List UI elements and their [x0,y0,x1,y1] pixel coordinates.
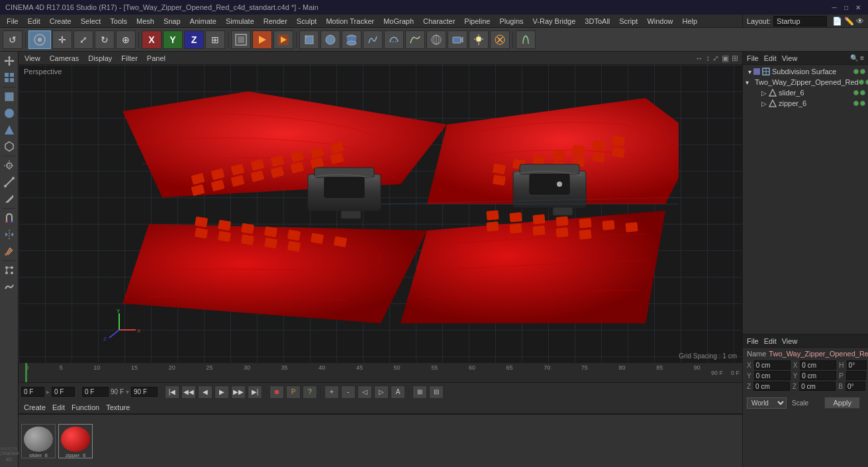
render-region-button[interactable] [231,30,251,49]
material-slider6[interactable]: slider_6 [21,424,56,458]
prev-frame-button[interactable]: ◀◀ [181,386,196,399]
attr-h-val[interactable] [847,360,867,370]
menu-edit[interactable]: Edit [24,16,44,26]
spline-button[interactable] [363,30,383,49]
poly-mode-tool[interactable] [1,138,17,154]
viewport-mode-tool[interactable] [1,70,17,85]
deformer-button[interactable] [405,30,425,49]
visibility-dot[interactable] [853,69,859,74]
menu-vray-bridge[interactable]: V-Ray Bridge [529,16,580,26]
scale-tool-button[interactable]: ⤢ [73,30,93,49]
all-axes-button[interactable]: ⊞ [205,30,225,49]
menu-sculpt[interactable]: Sculpt [293,16,321,26]
3d-viewport[interactable]: X Y Z Perspective Grid Spacing : 1 cm [19,65,742,362]
menu-file[interactable]: File [3,16,23,26]
mat-texture-menu[interactable]: Texture [103,403,132,411]
view-icon[interactable]: 👁 [856,17,864,26]
close-button[interactable]: ✕ [853,3,863,12]
camera-button[interactable] [448,30,467,49]
x-axis-button[interactable]: X [142,30,162,49]
point-tool[interactable] [1,158,17,174]
visibility-dot-2[interactable] [859,79,864,85]
preview-end-field[interactable] [131,387,158,397]
render-button[interactable] [252,30,272,49]
undo-button[interactable]: ↺ [3,30,23,49]
menu-snap[interactable]: Snap [160,16,185,26]
record-button[interactable]: ⏺ [269,386,284,399]
tree-item-zipper-group[interactable]: ▾ Two_Way_Zipper_Opened_Red [743,77,868,87]
tree-item-subdivision[interactable]: ▾ Subdivision Surface [743,66,868,77]
timeline-btn-1[interactable]: ⊞ [412,386,427,399]
viewport-panel-menu[interactable]: Panel [145,54,168,62]
rotate-tool-button[interactable]: ↻ [95,30,115,49]
render-dot-4[interactable] [860,101,865,106]
menu-animate[interactable]: Animate [186,16,220,26]
polygon-tool[interactable] [1,262,17,278]
visibility-dot-3[interactable] [853,90,859,95]
record-scale-button[interactable]: ? [303,386,317,399]
move-tool-button[interactable]: ✛ [52,30,72,49]
menu-mesh[interactable]: Mesh [132,16,158,26]
attr-z-pos[interactable] [753,382,790,391]
hair-button[interactable] [516,30,536,49]
render-dot[interactable] [860,69,865,74]
maximize-button[interactable]: □ [842,3,851,12]
magnet-tool[interactable] [1,210,17,226]
nurbs-button[interactable] [384,30,404,49]
mat-function-menu[interactable]: Function [69,403,102,411]
y-axis-button[interactable]: Y [163,30,183,49]
timeline-ruler[interactable]: 0 5 10 15 20 25 30 35 40 45 50 55 [19,363,707,382]
menu-tools[interactable]: Tools [106,16,131,26]
record-pos-button[interactable]: P [286,386,301,399]
apply-button[interactable]: Apply [824,397,860,409]
obj-edit-menu[interactable]: Edit [764,54,777,62]
render-active-button[interactable] [273,30,293,49]
attr-edit-menu[interactable]: Edit [764,337,777,345]
timeline-btn-2[interactable]: ⊟ [429,386,444,399]
next-frame-button[interactable]: ▶▶ [231,386,246,399]
mat-create-menu[interactable]: Create [21,403,48,411]
sphere-mode-tool[interactable] [1,105,17,121]
mat-edit-menu[interactable]: Edit [50,403,68,411]
render-dot-2[interactable] [865,79,868,85]
move-object-tool[interactable] [1,53,17,69]
attr-y-rot[interactable] [800,371,836,380]
layout-value[interactable]: Startup [773,16,827,26]
edit-icon[interactable]: ✏️ [844,17,854,26]
frame-dropdown[interactable]: ▾ [126,388,129,395]
current-frame-field-right[interactable] [52,387,75,397]
go-start-button[interactable]: |◀ [165,386,179,399]
keyframe-prev-button[interactable]: ◁ [358,386,372,399]
current-frame-field-left[interactable] [21,387,44,397]
attr-view-menu[interactable]: View [782,337,798,345]
minimize-button[interactable]: ─ [830,3,839,12]
play-reverse-button[interactable]: ◀ [198,386,213,399]
effects-button[interactable] [490,30,510,49]
viewport-icon-2[interactable]: ↕ [706,54,710,63]
menu-window[interactable]: Window [643,16,677,26]
viewport-icon-4[interactable]: ▣ [722,54,729,63]
tree-item-zipper6[interactable]: ▷ zipper_6 [743,98,868,109]
cube-mode-tool[interactable] [1,89,17,105]
viewport-view-menu[interactable]: View [23,54,42,62]
viewport-icon-5[interactable]: ⊞ [732,54,738,63]
menu-render[interactable]: Render [260,16,291,26]
visibility-dot-4[interactable] [853,101,859,106]
cone-mode-tool[interactable] [1,122,17,138]
mirror-tool[interactable] [1,227,17,242]
sculpt-tool[interactable] [1,279,17,295]
knife-tool[interactable] [1,191,17,207]
sphere-button[interactable] [320,30,340,49]
render-dot-3[interactable] [860,90,865,95]
menu-help[interactable]: Help [679,16,702,26]
obj-view-menu[interactable]: View [782,54,798,62]
menu-motion-tracker[interactable]: Motion Tracker [322,16,378,26]
menu-plugins[interactable]: Plugins [495,16,527,26]
attr-z-rot[interactable] [799,382,836,391]
universal-tool-button[interactable]: ⊕ [116,30,136,49]
auto-keyframe-button[interactable]: A [391,386,405,399]
obj-file-menu[interactable]: File [747,54,759,62]
viewport-cameras-menu[interactable]: Cameras [48,54,81,62]
file-icon[interactable]: 📄 [832,17,842,26]
attr-p-val[interactable] [846,371,866,380]
